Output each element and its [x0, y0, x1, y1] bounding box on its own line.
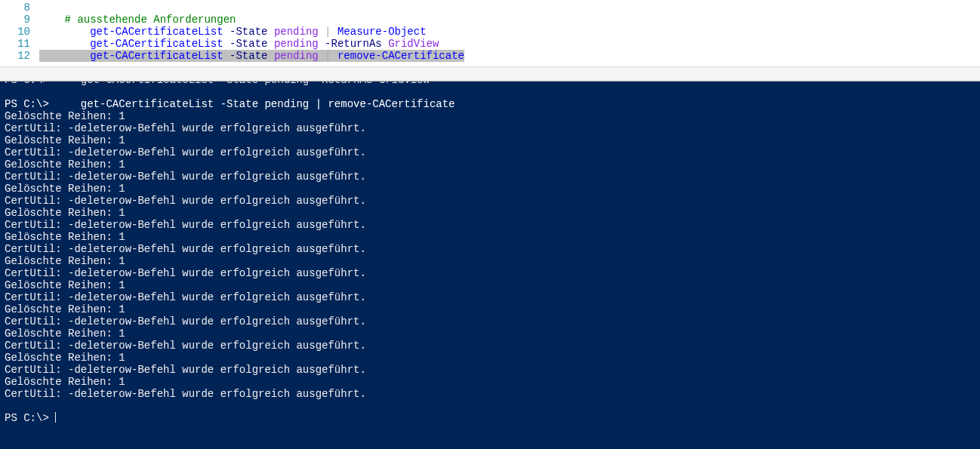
- console-output-line: Gelöschte Reihen: 1: [5, 158, 975, 171]
- console-output-line: Gelöschte Reihen: 1: [5, 328, 975, 340]
- code-token: -State: [230, 50, 267, 62]
- code-token: [267, 26, 273, 38]
- console-blank-line: [5, 400, 975, 412]
- code-token: pending: [274, 26, 319, 38]
- console-output-line: Gelöschte Reihen: 1: [5, 376, 975, 388]
- console-output-line: Gelöschte Reihen: 1: [5, 183, 975, 195]
- console-output-line: CertUtil: -deleterow-Befehl wurde erfolg…: [5, 388, 975, 400]
- console-output-line: Gelöschte Reihen: 1: [5, 255, 975, 267]
- code-token: get-CACertificateList: [90, 26, 223, 38]
- console-output-line: CertUtil: -deleterow-Befehl wurde erfolg…: [5, 146, 975, 158]
- code-token: -State: [230, 38, 267, 50]
- console-output-line: CertUtil: -deleterow-Befehl wurde erfolg…: [5, 267, 975, 279]
- code-token: [382, 38, 388, 50]
- code-token: [223, 38, 230, 50]
- code-content[interactable]: get-CACertificateList -State pending | r…: [39, 50, 980, 62]
- code-content[interactable]: get-CACertificateList -State pending | M…: [39, 26, 980, 38]
- pane-divider[interactable]: [0, 66, 980, 81]
- code-token: [319, 26, 325, 38]
- console-prompt[interactable]: PS C:\>: [5, 412, 975, 424]
- code-token: GridView: [388, 38, 439, 50]
- editor-line[interactable]: 8: [0, 2, 980, 14]
- console-output-line: Gelöschte Reihen: 1: [5, 207, 975, 219]
- cursor: [55, 412, 56, 423]
- console-output-line: Gelöschte Reihen: 1: [5, 303, 975, 315]
- code-content[interactable]: # ausstehende Anforderungen: [39, 14, 980, 26]
- console-output-line: CertUtil: -deleterow-Befehl wurde erfolg…: [5, 122, 975, 134]
- console-blank-line: [5, 86, 975, 98]
- console-output-line: CertUtil: -deleterow-Befehl wurde erfolg…: [5, 291, 975, 303]
- line-number: 8: [0, 2, 39, 14]
- code-token: [267, 38, 273, 50]
- code-token: get-CACertificateList: [90, 50, 223, 62]
- editor-line[interactable]: 12 get-CACertificateList -State pending …: [0, 50, 980, 62]
- code-token: [267, 50, 273, 62]
- code-token: remove-CACertificate: [337, 50, 464, 62]
- editor-line[interactable]: 9 # ausstehende Anforderungen: [0, 14, 980, 26]
- code-token: |: [325, 50, 331, 62]
- code-token: pending: [274, 38, 319, 50]
- code-token: |: [325, 26, 331, 38]
- code-token: [39, 26, 90, 38]
- line-number: 9: [0, 14, 39, 26]
- code-token: [39, 14, 65, 26]
- console-output-line: Gelöschte Reihen: 1: [5, 110, 975, 122]
- code-token: pending: [274, 50, 319, 62]
- console-output-line: CertUtil: -deleterow-Befehl wurde erfolg…: [5, 340, 975, 352]
- console-output-line: Gelöschte Reihen: 1: [5, 134, 975, 146]
- console-output-line: CertUtil: -deleterow-Befehl wurde erfolg…: [5, 315, 975, 328]
- code-token: [319, 50, 325, 62]
- code-content[interactable]: [39, 2, 980, 14]
- code-token: [223, 26, 230, 38]
- editor-line[interactable]: 11 get-CACertificateList -State pending …: [0, 38, 980, 50]
- console-output-line: CertUtil: -deleterow-Befehl wurde erfolg…: [5, 364, 975, 376]
- code-token: [39, 38, 90, 50]
- console-output-line: CertUtil: -deleterow-Befehl wurde erfolg…: [5, 243, 975, 255]
- console-output-line: Gelöschte Reihen: 1: [5, 279, 975, 291]
- console-output-line: CertUtil: -deleterow-Befehl wurde erfolg…: [5, 171, 975, 183]
- line-number: 11: [0, 38, 39, 50]
- line-number: 10: [0, 26, 39, 38]
- console-cutoff-line: PS C:\> get-CACertificateList -State pen…: [5, 81, 975, 86]
- console-output-line: Gelöschte Reihen: 1: [5, 352, 975, 364]
- code-token: # ausstehende Anforderungen: [65, 14, 236, 26]
- editor-line[interactable]: 10 get-CACertificateList -State pending …: [0, 26, 980, 38]
- code-token: [223, 50, 230, 62]
- console-output-line: CertUtil: -deleterow-Befehl wurde erfolg…: [5, 195, 975, 207]
- code-token: [331, 26, 337, 38]
- code-token: Measure-Object: [337, 26, 427, 38]
- console-output-line: Gelöschte Reihen: 1: [5, 231, 975, 243]
- console-command-line: PS C:\> get-CACertificateList -State pen…: [5, 98, 975, 110]
- script-editor-pane[interactable]: 89 # ausstehende Anforderungen10 get-CAC…: [0, 0, 980, 66]
- code-token: get-CACertificateList: [90, 38, 223, 50]
- code-token: [39, 50, 90, 62]
- code-token: -State: [230, 26, 267, 38]
- line-number: 12: [0, 50, 39, 62]
- code-token: [331, 50, 337, 62]
- code-token: [319, 38, 325, 50]
- console-output-line: CertUtil: -deleterow-Befehl wurde erfolg…: [5, 219, 975, 231]
- code-content[interactable]: get-CACertificateList -State pending -Re…: [39, 38, 980, 50]
- prompt-text: PS C:\>: [5, 412, 55, 424]
- powershell-console-pane[interactable]: PS C:\> get-CACertificateList -State pen…: [0, 81, 980, 449]
- code-token: -ReturnAs: [325, 38, 382, 50]
